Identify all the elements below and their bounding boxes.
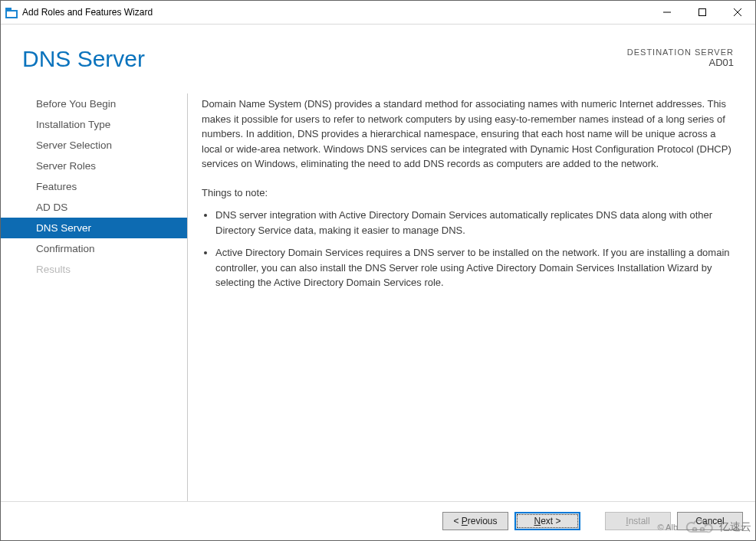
watermark-credit: © Alb [658, 523, 678, 532]
next-button[interactable]: Next > [514, 512, 580, 530]
minimize-button[interactable] [649, 1, 685, 24]
next-button-label: Next > [534, 516, 560, 526]
page-title: DNS Server [22, 48, 145, 70]
watermark-brand: 亿速云 [719, 520, 751, 534]
note-item: DNS server integration with Active Direc… [215, 208, 735, 238]
server-manager-icon [5, 6, 18, 18]
destination-info: DESTINATION SERVER AD01 [627, 48, 734, 70]
close-button[interactable] [720, 1, 755, 24]
destination-label: DESTINATION SERVER [627, 48, 734, 57]
svg-point-5 [701, 528, 705, 532]
body-area: Before You BeginInstallation TypeServer … [1, 78, 755, 501]
svg-point-4 [693, 528, 697, 532]
nav-item-dns-server[interactable]: DNS Server [1, 218, 187, 238]
sidebar: Before You BeginInstallation TypeServer … [1, 93, 187, 501]
window: Add Roles and Features Wizard DNS Server… [0, 0, 756, 541]
nav-item-before-you-begin[interactable]: Before You Begin [1, 93, 187, 114]
footer: < Previous Next > Install Cancel [1, 501, 755, 540]
titlebar: Add Roles and Features Wizard [1, 1, 755, 25]
nav-item-installation-type[interactable]: Installation Type [1, 114, 187, 135]
watermark: © Alb 亿速云 [658, 518, 751, 536]
content-panel: Domain Name System (DNS) provides a stan… [202, 93, 749, 501]
vertical-divider [187, 93, 188, 501]
nav-item-server-roles[interactable]: Server Roles [1, 156, 187, 176]
previous-button-label: < Previous [453, 516, 497, 526]
window-controls [649, 1, 755, 24]
svg-rect-1 [699, 9, 706, 16]
maximize-button[interactable] [685, 1, 720, 24]
nav-item-confirmation[interactable]: Confirmation [1, 238, 187, 259]
header-area: DNS Server DESTINATION SERVER AD01 [1, 25, 755, 78]
notes-list: DNS server integration with Active Direc… [202, 208, 735, 290]
intro-text: Domain Name System (DNS) provides a stan… [202, 97, 735, 172]
window-title: Add Roles and Features Wizard [22, 7, 649, 18]
install-button-label: Install [626, 516, 649, 526]
previous-button[interactable]: < Previous [442, 512, 508, 530]
nav-item-features[interactable]: Features [1, 176, 187, 197]
nav-item-server-selection[interactable]: Server Selection [1, 135, 187, 156]
note-item: Active Directory Domain Services require… [215, 245, 735, 290]
destination-server: AD01 [627, 57, 734, 68]
nav-item-ad-ds[interactable]: AD DS [1, 197, 187, 218]
nav-item-results: Results [1, 259, 187, 280]
watermark-cloud-icon [682, 518, 715, 536]
notes-heading: Things to note: [202, 185, 735, 201]
